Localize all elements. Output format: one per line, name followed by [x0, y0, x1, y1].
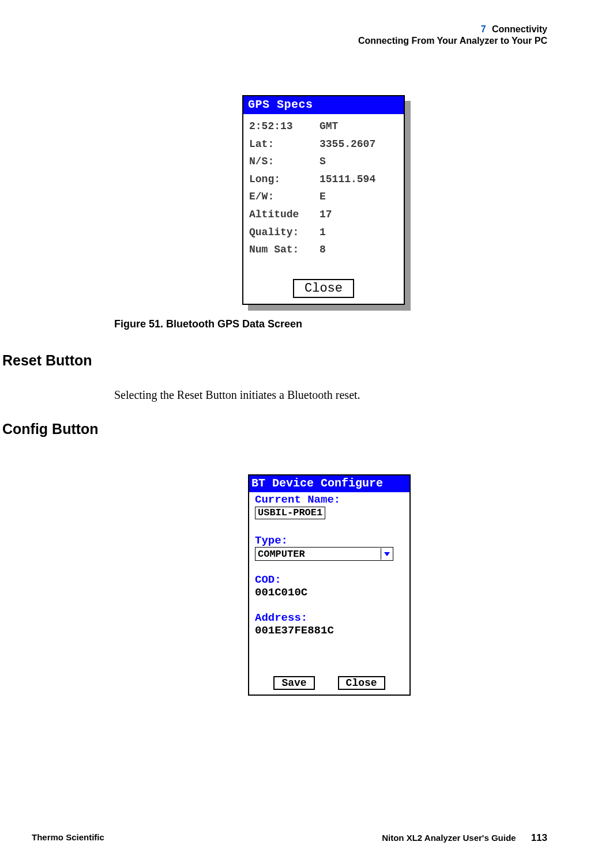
- bt-button-row: Save Close: [249, 676, 409, 690]
- gps-row: Lat:3355.2607: [249, 135, 398, 153]
- page-footer: Thermo Scientific Niton XL2 Analyzer Use…: [0, 832, 605, 844]
- gps-row: N/S:S: [249, 153, 398, 171]
- bt-label-type: Type:: [255, 534, 404, 547]
- gps-row: E/W:E: [249, 188, 398, 206]
- heading-config-button: Config Button: [2, 421, 99, 437]
- bt-address-value: 001E37FE881C: [255, 624, 404, 637]
- gps-label: Quality:: [249, 224, 320, 241]
- gps-label: 2:52:13: [249, 118, 320, 135]
- bt-save-button[interactable]: Save: [273, 676, 314, 690]
- gps-row: 2:52:13GMT: [249, 118, 398, 135]
- bt-type-select[interactable]: COMPUTER: [255, 547, 393, 561]
- gps-value: GMT: [320, 118, 338, 135]
- chapter-number: 7: [481, 24, 486, 34]
- bt-label-current-name: Current Name:: [255, 493, 404, 506]
- section-title: Connecting From Your Analyzer to Your PC: [358, 36, 547, 46]
- footer-left: Thermo Scientific: [32, 832, 104, 844]
- page-header: 7 Connectivity Connecting From Your Anal…: [358, 24, 547, 46]
- bt-cod-value: 001C010C: [255, 586, 404, 599]
- gps-label: N/S:: [249, 153, 320, 171]
- bt-label-cod: COD:: [255, 573, 404, 586]
- gps-specs-window: GPS Specs 2:52:13GMT Lat:3355.2607 N/S:S…: [242, 95, 405, 305]
- gps-value: 3355.2607: [320, 135, 375, 153]
- gps-row: Num Sat:8: [249, 241, 398, 259]
- paragraph-reset: Selecting the Reset Button initiates a B…: [114, 388, 360, 402]
- gps-body: 2:52:13GMT Lat:3355.2607 N/S:S Long:1511…: [243, 114, 404, 262]
- gps-row: Quality:1: [249, 224, 398, 241]
- gps-value: 1: [320, 224, 326, 241]
- gps-close-button[interactable]: Close: [293, 279, 354, 298]
- gps-label: Lat:: [249, 135, 320, 153]
- gps-label: Num Sat:: [249, 241, 320, 259]
- bt-type-value: COMPUTER: [255, 549, 305, 560]
- footer-guide: Niton XL2 Analyzer User's Guide: [382, 833, 516, 843]
- gps-value: 17: [320, 206, 332, 224]
- bt-current-name-input[interactable]: USBIL-PROE1: [255, 507, 325, 519]
- gps-row: Altitude17: [249, 206, 398, 224]
- gps-value: 8: [320, 241, 326, 259]
- gps-label: E/W:: [249, 188, 320, 206]
- figure-caption: Figure 51. Bluetooth GPS Data Screen: [114, 318, 302, 330]
- bt-title-bar: BT Device Configure: [249, 475, 409, 492]
- gps-value: E: [320, 188, 326, 206]
- gps-title-bar: GPS Specs: [243, 96, 404, 114]
- footer-right: Niton XL2 Analyzer User's Guide 113: [382, 832, 547, 844]
- bt-body: Current Name: USBIL-PROE1 Type: COMPUTER…: [249, 492, 409, 638]
- gps-value: 15111.594: [320, 171, 375, 188]
- gps-label: Long:: [249, 171, 320, 188]
- gps-row: Long:15111.594: [249, 171, 398, 188]
- heading-reset-button: Reset Button: [2, 352, 92, 369]
- footer-page-number: 113: [531, 832, 547, 843]
- bt-label-address: Address:: [255, 612, 404, 624]
- chapter-title: Connectivity: [492, 24, 547, 34]
- gps-label: Altitude: [249, 206, 320, 224]
- bt-close-button[interactable]: Close: [338, 676, 385, 690]
- dropdown-arrow-icon: [381, 548, 393, 560]
- bt-configure-window: BT Device Configure Current Name: USBIL-…: [248, 474, 411, 696]
- svg-marker-0: [384, 552, 390, 556]
- gps-value: S: [320, 153, 326, 171]
